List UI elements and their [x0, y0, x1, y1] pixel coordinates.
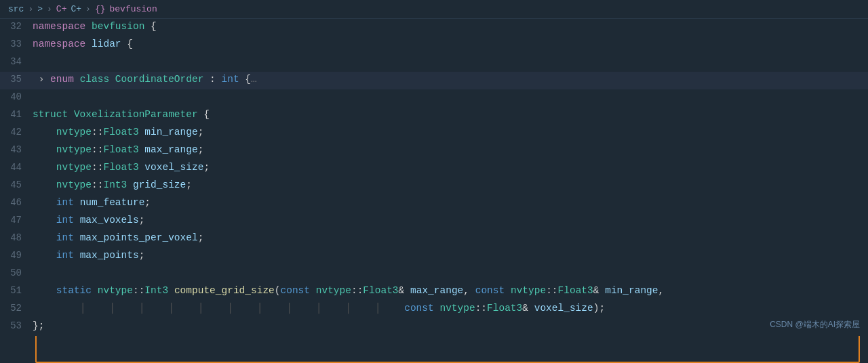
line-num-47: 47 [0, 213, 33, 226]
line-num-53: 53 [0, 318, 33, 331]
line-content-34 [33, 54, 868, 67]
code-line-42: 42 nvtype::Float3 min_range; [0, 125, 868, 142]
breadcrumb-sep-2: › [47, 4, 52, 14]
line-num-48: 48 [0, 230, 33, 243]
code-line-33: 33 namespace lidar { [0, 37, 868, 54]
code-line-46: 46 int num_feature; [0, 195, 868, 213]
code-line-32: 32 namespace bevfusion { [0, 19, 868, 37]
line-content-41: struct VoxelizationParameter { [33, 107, 868, 120]
line-num-43: 43 [0, 142, 33, 155]
line-num-50: 50 [0, 265, 33, 278]
breadcrumb-ns-label: bevfusion [109, 4, 157, 14]
line-num-46: 46 [0, 195, 33, 208]
code-line-43: 43 nvtype::Float3 max_range; [0, 142, 868, 160]
line-content-53: }; [33, 318, 868, 331]
line-content-51: static nvtype::Int3 compute_grid_size(co… [33, 283, 868, 296]
line-content-52: │ │ │ │ │ │ │ │ │ │ │ const nvtype::Floa… [33, 301, 868, 314]
line-content-44: nvtype::Float3 voxel_size; [33, 160, 868, 173]
line-content-45: nvtype::Int3 grid_size; [33, 177, 868, 190]
line-num-45: 45 [0, 177, 33, 190]
code-line-45: 45 nvtype::Int3 grid_size; [0, 177, 868, 195]
code-line-47: 47 int max_voxels; [0, 213, 868, 230]
line-num-52: 52 [0, 301, 33, 314]
code-line-51: 51 static nvtype::Int3 compute_grid_size… [0, 283, 868, 301]
code-line-50: 50 [0, 265, 868, 283]
line-content-40 [33, 89, 868, 102]
code-line-53: 53 }; [0, 318, 868, 336]
line-content-33: namespace lidar { [33, 37, 868, 49]
code-line-52: 52 │ │ │ │ │ │ │ │ │ │ │ const nvtype::F… [0, 301, 868, 318]
code-area: 32 namespace bevfusion { 33 namespace li… [0, 19, 868, 336]
breadcrumb-sep-3: › [85, 4, 91, 14]
line-content-48: int max_points_per_voxel; [33, 230, 868, 243]
code-line-48: 48 int max_points_per_voxel; [0, 230, 868, 248]
line-content-46: int num_feature; [33, 195, 868, 208]
breadcrumb-bevfusion[interactable]: > [37, 4, 43, 14]
line-content-47: int max_voxels; [33, 213, 868, 226]
line-content-43: nvtype::Float3 max_range; [33, 142, 868, 155]
line-num-49: 49 [0, 248, 33, 261]
code-line-44: 44 nvtype::Float3 voxel_size; [0, 160, 868, 177]
breadcrumb-file-icon: C+ [56, 4, 67, 14]
code-line-40: 40 [0, 89, 868, 107]
line-num-40: 40 [0, 89, 33, 102]
line-num-35: 35 [0, 72, 33, 85]
line-num-42: 42 [0, 125, 33, 137]
line-content-49: int max_points; [33, 248, 868, 261]
watermark: CSDN @端木的AI探索屋 [770, 319, 860, 330]
line-num-34: 34 [0, 54, 33, 67]
line-content-42: nvtype::Float3 min_range; [33, 125, 868, 137]
code-line-35: 35 › enum class CoordinateOrder : int {… [0, 72, 868, 89]
line-content-50 [33, 265, 868, 278]
breadcrumb-bar: src › > › C+ C+ › {} bevfusion [0, 0, 868, 19]
line-content-35: › enum class CoordinateOrder : int {… [33, 72, 868, 85]
breadcrumb-file[interactable]: C+ [71, 4, 81, 14]
line-num-41: 41 [0, 107, 33, 120]
line-num-44: 44 [0, 160, 33, 173]
code-line-34: 34 [0, 54, 868, 72]
code-line-41: 41 struct VoxelizationParameter { [0, 107, 868, 125]
breadcrumb-sep-1: › [28, 4, 33, 14]
code-line-49: 49 int max_points; [0, 248, 868, 265]
code-container: 32 namespace bevfusion { 33 namespace li… [0, 19, 868, 336]
breadcrumb-ns-icon: {} [95, 4, 106, 14]
line-num-51: 51 [0, 283, 33, 296]
line-num-33: 33 [0, 37, 33, 49]
line-content-32: namespace bevfusion { [33, 19, 868, 32]
breadcrumb-src: src [8, 4, 24, 14]
line-num-32: 32 [0, 19, 33, 32]
